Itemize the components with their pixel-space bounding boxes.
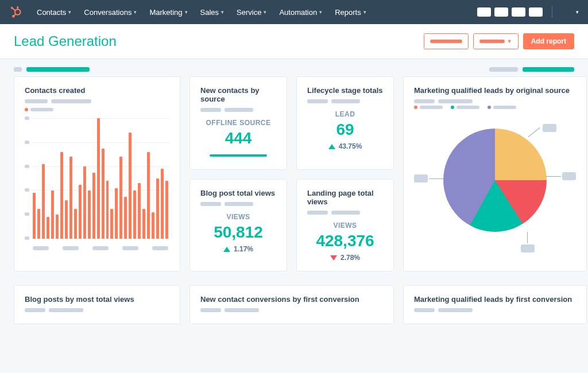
card-blog-views: Blog post total views VIEWS 50,812 1.17% (189, 179, 287, 271)
card-title: New contact conversions by first convers… (200, 295, 383, 304)
hubspot-logo[interactable] (9, 5, 23, 19)
nav-automation[interactable]: Automation▾ (279, 8, 322, 17)
subheader-ph (489, 67, 518, 72)
header-outline-btn-2[interactable]: ▼ (473, 33, 519, 49)
dashboard-grid: Contacts created New contacts by source … (0, 76, 588, 285)
page-header: Lead Generation ▼ Add report (0, 24, 588, 59)
chevron-down-icon: ▾ (68, 9, 71, 15)
top-nav: Contacts▾ Conversations▾ Marketing▾ Sale… (0, 0, 588, 24)
triangle-down-icon (330, 255, 337, 261)
chevron-down-icon: ▾ (221, 9, 224, 15)
stat-delta: 2.78% (307, 254, 383, 262)
card-title: Blog posts by most total views (25, 295, 169, 304)
card-lifecycle-totals: Lifecycle stage totals LEAD 69 43.75% (296, 76, 394, 170)
card-mql-by-source: Marketing qualified leads by original so… (403, 76, 587, 271)
chevron-down-icon: ▾ (134, 9, 137, 15)
stat-label: OFFLINE SOURCE (200, 119, 276, 127)
card-title: Blog post total views (200, 189, 276, 197)
card-mql-first-conversion: Marketing qualified leads by first conve… (403, 285, 587, 324)
header-actions: ▼ Add report (424, 33, 574, 49)
nav-conversations[interactable]: Conversations▾ (84, 8, 137, 17)
nav-items: Contacts▾ Conversations▾ Marketing▾ Sale… (37, 8, 366, 17)
nav-sales[interactable]: Sales▾ (200, 8, 225, 17)
nav-util-4[interactable] (529, 7, 543, 17)
subheader-ph (523, 67, 574, 72)
card-title: Lifecycle stage totals (307, 86, 383, 95)
nav-contacts[interactable]: Contacts▾ (37, 8, 71, 17)
nav-service[interactable]: Service▾ (237, 8, 266, 17)
card-title: Marketing qualified leads by first conve… (414, 295, 576, 304)
nav-util-3[interactable] (512, 7, 525, 17)
svg-point-5 (11, 7, 13, 9)
subheader-ph (14, 67, 22, 72)
card-blog-by-views: Blog posts by most total views (14, 285, 180, 324)
card-new-contacts-source: New contacts by source OFFLINE SOURCE 44… (189, 76, 287, 170)
chevron-down-icon: ▼ (507, 38, 512, 44)
add-report-button[interactable]: Add report (523, 33, 574, 49)
subheader-ph (26, 67, 90, 72)
nav-divider (552, 6, 552, 18)
stat-delta: 43.75% (307, 142, 383, 150)
chevron-down-icon: ▾ (319, 9, 322, 15)
stat-underline (210, 154, 267, 157)
stat-label: VIEWS (200, 213, 276, 221)
card-title: Landing page total views (307, 189, 383, 206)
card-title: Contacts created (25, 86, 169, 95)
nav-util-1[interactable] (477, 7, 491, 17)
nav-marketing[interactable]: Marketing▾ (149, 8, 187, 17)
subheader (0, 59, 588, 76)
header-outline-btn-1[interactable] (424, 33, 469, 49)
card-contact-conversions: New contact conversions by first convers… (189, 285, 394, 324)
svg-point-4 (17, 6, 18, 8)
stat-delta: 1.17% (200, 245, 276, 253)
card-title: Marketing qualified leads by original so… (414, 86, 576, 95)
triangle-up-icon (328, 144, 335, 149)
nav-reports[interactable]: Reports▾ (335, 8, 366, 17)
triangle-up-icon (223, 247, 230, 252)
nav-right: ▾ (477, 6, 579, 18)
mql-pie-chart (414, 117, 576, 255)
page-title: Lead Generation (14, 33, 117, 49)
contacts-bar-chart (25, 118, 169, 250)
stat-value: 444 (200, 129, 276, 147)
chevron-down-icon: ▾ (363, 9, 366, 15)
chevron-down-icon: ▾ (264, 9, 266, 15)
stat-value: 428,376 (307, 232, 383, 250)
bottom-row: Blog posts by most total views New conta… (0, 285, 588, 324)
card-title: New contacts by source (200, 86, 276, 103)
account-menu[interactable]: ▾ (562, 9, 579, 15)
stat-label: LEAD (307, 110, 383, 118)
stat-label: VIEWS (307, 222, 383, 230)
nav-util-2[interactable] (494, 7, 508, 17)
card-contacts-created: Contacts created (14, 76, 180, 271)
stat-value: 50,812 (200, 223, 276, 242)
stat-value: 69 (307, 121, 383, 139)
card-landing-views: Landing page total views VIEWS 428,376 2… (296, 179, 394, 271)
chevron-down-icon: ▾ (185, 9, 188, 15)
